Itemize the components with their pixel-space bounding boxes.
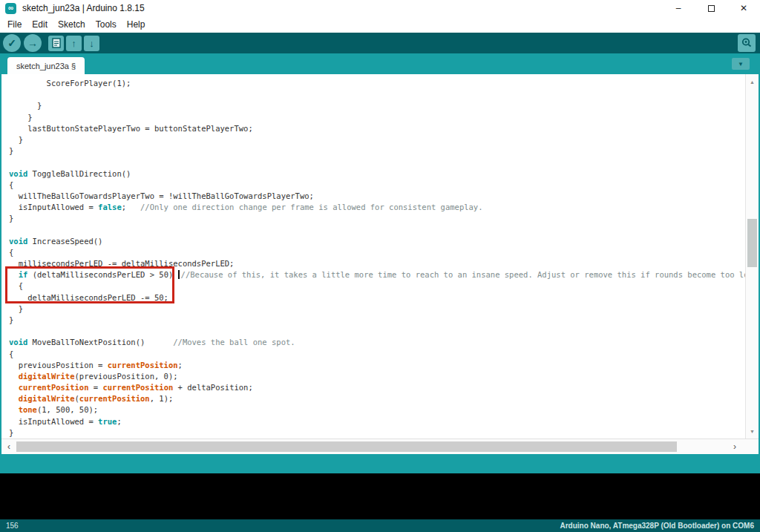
- maximize-button[interactable]: [695, 0, 727, 16]
- text-cursor: [178, 270, 180, 279]
- vertical-scroll-thumb[interactable]: [747, 219, 757, 267]
- menu-tools[interactable]: Tools: [91, 18, 122, 31]
- window-title: sketch_jun23a | Arduino 1.8.15: [22, 3, 145, 13]
- editor-shell: ScoreForPlayer(1); } } lastButtonStatePl…: [0, 74, 760, 454]
- vertical-scrollbar[interactable]: ▲ ▼: [745, 74, 759, 439]
- line-number-indicator: 156: [6, 522, 19, 530]
- code-editor[interactable]: ScoreForPlayer(1); } } lastButtonStatePl…: [1, 74, 759, 439]
- menu-bar: File Edit Sketch Tools Help: [0, 16, 760, 33]
- verify-button[interactable]: ✓: [3, 34, 21, 52]
- scroll-right-button[interactable]: ›: [729, 439, 741, 454]
- upload-button[interactable]: →: [24, 34, 42, 52]
- check-icon: ✓: [7, 37, 16, 49]
- close-button[interactable]: ✕: [727, 0, 760, 16]
- minimize-button[interactable]: –: [662, 0, 695, 16]
- up-arrow-icon: ↑: [71, 38, 76, 49]
- document-icon: [52, 38, 61, 48]
- right-arrow-icon: →: [27, 37, 38, 49]
- window-controls: – ✕: [662, 0, 760, 16]
- board-port-indicator: Arduino Nano, ATmega328P (Old Bootloader…: [560, 522, 755, 530]
- menu-sketch[interactable]: Sketch: [53, 18, 91, 31]
- maximize-icon: [708, 5, 715, 12]
- horizontal-scroll-thumb[interactable]: [16, 441, 677, 452]
- open-button[interactable]: ↑: [66, 36, 82, 51]
- tab-list-dropdown-button[interactable]: ▼: [732, 58, 750, 70]
- title-bar: ∞ sketch_jun23a | Arduino 1.8.15 – ✕: [0, 0, 760, 16]
- scroll-down-button[interactable]: ▼: [746, 425, 759, 437]
- menu-help[interactable]: Help: [122, 18, 151, 31]
- menu-file[interactable]: File: [2, 18, 27, 31]
- menu-edit[interactable]: Edit: [27, 18, 53, 31]
- arduino-logo-icon: ∞: [5, 3, 16, 14]
- toolbar: ✓ → ↑ ↓: [0, 33, 760, 53]
- code-area[interactable]: ScoreForPlayer(1); } } lastButtonStatePl…: [9, 78, 744, 439]
- status-bar: 156 Arduino Nano, ATmega328P (Old Bootlo…: [0, 519, 760, 532]
- console-header-strip: [0, 454, 760, 473]
- down-arrow-icon: ↓: [89, 38, 94, 49]
- scroll-left-button[interactable]: ‹: [3, 439, 15, 454]
- new-sketch-button[interactable]: [48, 36, 64, 51]
- arduino-ide-window: ∞ sketch_jun23a | Arduino 1.8.15 – ✕ Fil…: [0, 0, 760, 532]
- horizontal-scrollbar[interactable]: ‹ ›: [1, 439, 759, 454]
- save-button[interactable]: ↓: [84, 36, 99, 51]
- serial-monitor-button[interactable]: [738, 34, 756, 52]
- tab-sketch-jun23a[interactable]: sketch_jun23a §: [7, 57, 85, 74]
- scroll-up-button[interactable]: ▲: [746, 76, 759, 88]
- tab-bar: sketch_jun23a § ▼: [0, 53, 760, 74]
- chevron-down-icon: ▼: [738, 61, 744, 68]
- magnifier-icon: [741, 37, 753, 49]
- console-output: [0, 473, 760, 519]
